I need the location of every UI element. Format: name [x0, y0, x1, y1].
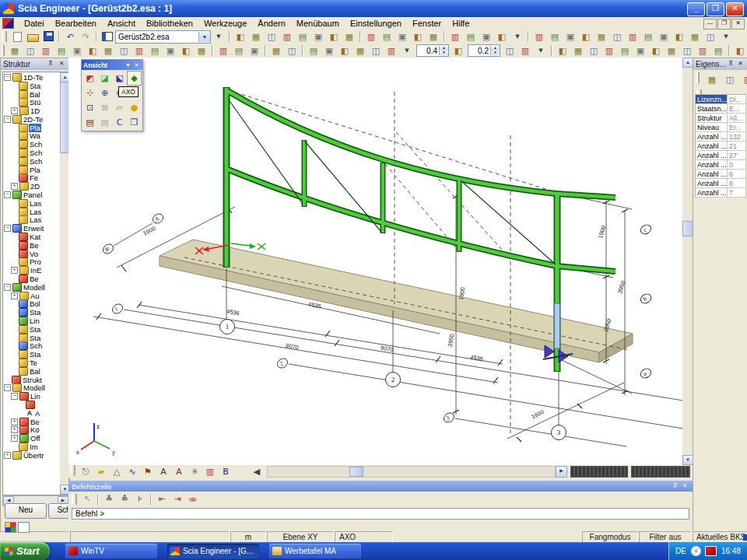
save-icon[interactable]	[40, 30, 56, 44]
doc-home-icon[interactable]: ◧	[410, 30, 426, 44]
tree-item-las[interactable]: Las	[4, 216, 58, 225]
section-10-icon[interactable]: ◧	[672, 30, 687, 44]
close-icon[interactable]: ✕	[56, 59, 67, 69]
calc-sheet-icon[interactable]: ◫	[264, 30, 279, 44]
taskbar-task-2[interactable]: Scia Engineer - [G...	[167, 544, 259, 558]
scroll-up-icon[interactable]: ▲	[682, 58, 693, 68]
snap-line-icon[interactable]: ≚	[101, 492, 117, 506]
tree-item-lin[interactable]: −Lin	[4, 392, 58, 401]
section-3-icon[interactable]: ▣	[563, 30, 578, 44]
undo-icon[interactable]: ↶	[62, 30, 78, 44]
table-drop-icon[interactable]: ▥	[384, 44, 399, 58]
scroll-left-icon[interactable]: ◀	[249, 465, 265, 479]
printer-icon[interactable]: ▥	[363, 30, 379, 44]
property-row[interactable]: Anzahl ...7	[696, 188, 746, 198]
text-cursor-icon[interactable]: ◧	[494, 30, 510, 44]
close-icon[interactable]: ✕	[680, 482, 689, 491]
collapse-icon[interactable]: −	[4, 225, 11, 232]
tree-item-sta[interactable]: Sta	[4, 82, 58, 90]
expand-icon[interactable]: +	[11, 426, 18, 433]
depth-slider-1[interactable]	[570, 466, 628, 478]
menu-bearbeiten[interactable]: Bearbeiten	[50, 18, 102, 29]
section-6-icon[interactable]: ◫	[609, 30, 625, 44]
axis-origin-icon[interactable]: ⊹	[82, 86, 97, 100]
tree-item-a[interactable]: AA	[4, 409, 58, 418]
menu-einstellungen[interactable]: Einstellungen	[345, 18, 407, 29]
point-grid-icon[interactable]: ▣	[479, 30, 494, 44]
mirror-beam-icon[interactable]: ▣	[163, 44, 178, 58]
dropdown-arrow-icon[interactable]: ▼	[718, 30, 734, 44]
print-preview-icon[interactable]: ▤	[379, 30, 395, 44]
table-edit-icon[interactable]: ◧	[337, 44, 352, 58]
pointer-icon[interactable]: ↖	[79, 492, 95, 506]
tree-item-off[interactable]: +Off	[4, 434, 58, 443]
tree-item-lin[interactable]: Lin	[4, 317, 58, 325]
tree-item-modell[interactable]: −Modell	[4, 383, 58, 392]
status-plane[interactable]: Ebene XY	[267, 531, 334, 543]
property-row[interactable]: Anzahl ...27	[696, 151, 746, 160]
filter-bar-icon[interactable]: ▦	[704, 72, 720, 86]
tree-item-sta[interactable]: Sta	[4, 350, 58, 359]
view-x-icon[interactable]: ◩	[82, 71, 97, 86]
level-flag-icon[interactable]: ⚑	[140, 465, 156, 479]
taskbar-task-1[interactable]: WinTV	[65, 544, 157, 558]
support-7-icon[interactable]: ◧	[648, 44, 664, 58]
mdi-close-button[interactable]: ✕	[731, 19, 745, 30]
tree-item-sta[interactable]: Sta	[4, 308, 58, 317]
toolbar-grip[interactable]	[2, 31, 7, 42]
h-scroll-thumb[interactable]	[349, 467, 363, 477]
command-input[interactable]: Befehl >	[72, 508, 689, 520]
support-9-icon[interactable]: ◫	[679, 44, 695, 58]
tree-item-las[interactable]: Las	[4, 199, 58, 208]
support-10-icon[interactable]: ▥	[695, 44, 710, 58]
status-filter[interactable]: Filter aus	[639, 531, 692, 543]
track-x3-icon[interactable]: ⤄	[185, 492, 201, 506]
move-node-icon[interactable]: ▦	[7, 44, 23, 58]
stretch-beam-icon[interactable]: ▤	[147, 44, 163, 58]
collapse-icon[interactable]: −	[4, 384, 11, 391]
menu-bibliotheken[interactable]: Bibliotheken	[141, 18, 198, 29]
axis-star-icon[interactable]: ✳	[187, 465, 202, 479]
grid-step-spinner[interactable]: 0.2▲▼	[468, 44, 500, 57]
section-12-icon[interactable]: ◫	[703, 30, 718, 44]
extend-beam-icon[interactable]: ▦	[100, 44, 116, 58]
palette-icon[interactable]	[5, 522, 16, 533]
table-grid-icon[interactable]: ◫	[368, 44, 384, 58]
layout-panel-icon[interactable]	[100, 30, 115, 44]
support-6-icon[interactable]: ▣	[633, 44, 648, 58]
grid-off-icon[interactable]: ◫	[502, 44, 517, 58]
tree-item-modell[interactable]: −Modell	[4, 283, 58, 292]
ruler-set-icon[interactable]: ▥	[517, 44, 533, 58]
window-icon[interactable]	[18, 522, 30, 533]
collapse-icon[interactable]: −	[4, 191, 11, 198]
section-7-icon[interactable]: ▥	[625, 30, 640, 44]
view-y-icon[interactable]: ◪	[97, 71, 112, 86]
toolbar-grip[interactable]	[70, 465, 75, 476]
tree-item-glyph[interactable]	[4, 401, 58, 409]
target-rings-icon[interactable]: ▣	[310, 30, 326, 44]
tree-item-1d[interactable]: +1D	[4, 107, 58, 115]
work-plane-icon[interactable]: ▣	[247, 44, 262, 58]
image-gallery-icon[interactable]: ▥	[447, 30, 463, 44]
result-chart-icon[interactable]: ∿	[124, 465, 140, 479]
new-icon[interactable]	[9, 30, 25, 44]
collapse-icon[interactable]: −	[4, 74, 11, 81]
cut-beam-icon[interactable]: ◫	[116, 44, 132, 58]
close-icon[interactable]: ✕	[132, 61, 141, 69]
note-b-icon[interactable]: B	[218, 465, 233, 479]
support-8-icon[interactable]: ▦	[664, 44, 679, 58]
tray-clock[interactable]: 16:48	[721, 547, 741, 555]
tree-item-kö[interactable]: +Kö	[4, 425, 58, 434]
dropdown-arrow-icon[interactable]: ▼	[510, 30, 525, 44]
expand-icon[interactable]: +	[4, 452, 11, 459]
expand-icon[interactable]: +	[11, 183, 18, 190]
toolbar-grip[interactable]	[2, 45, 5, 56]
tree-item-sta[interactable]: Sta	[4, 334, 58, 342]
tree-item-kat[interactable]: Kat	[4, 233, 58, 241]
status-unit[interactable]: m	[230, 531, 266, 543]
section-11-icon[interactable]: ▦	[687, 30, 703, 44]
mdi-minimize-button[interactable]: —	[703, 19, 717, 30]
chevron-down-icon[interactable]: ▼	[124, 61, 132, 69]
support-11-icon[interactable]: ▤	[710, 44, 726, 58]
tree-item-be[interactable]: Be	[4, 241, 58, 250]
